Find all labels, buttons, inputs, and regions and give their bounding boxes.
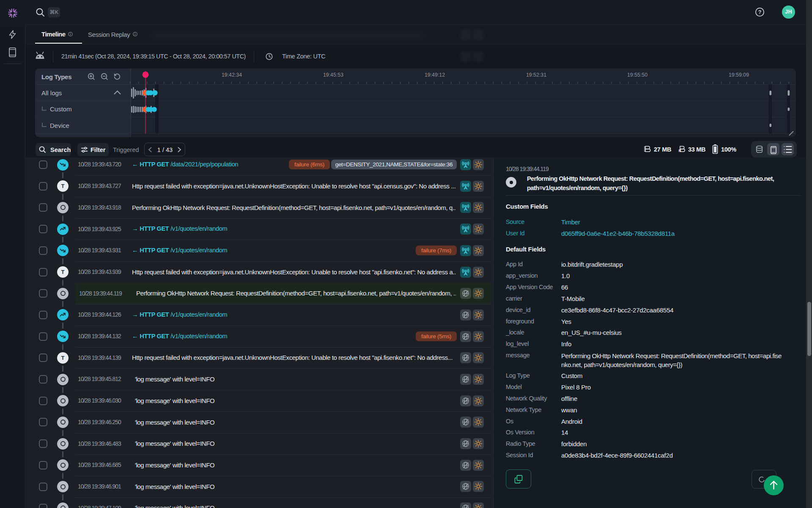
svg-text:N: N [679,149,681,153]
svg-text:19:55:50: 19:55:50 [627,72,647,78]
svg-text:Custom: Custom [50,105,72,113]
svg-text:Log Types: Log Types [41,73,71,80]
svg-text:All logs: All logs [41,89,62,97]
svg-text:19:52:31: 19:52:31 [526,72,546,78]
svg-text:19:45:53: 19:45:53 [323,72,343,78]
svg-text:Device: Device [50,122,69,129]
svg-text:19:59:09: 19:59:09 [729,72,749,78]
svg-text:19:49:12: 19:49:12 [425,72,445,78]
svg-text:19:42:34: 19:42:34 [222,72,242,78]
